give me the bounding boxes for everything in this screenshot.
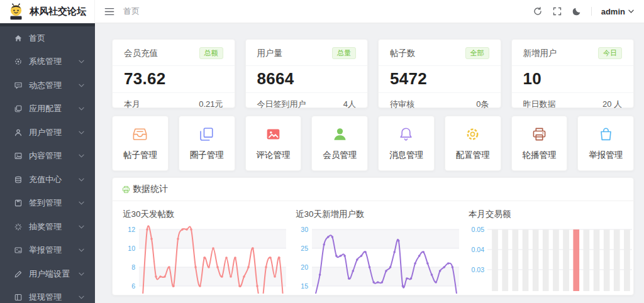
svg-text:6: 6 <box>131 282 135 290</box>
stat-card-4: 新增用户 今日 10 昨日数据 20 人 <box>511 39 635 108</box>
sidebar-item-sparkle[interactable]: 抽奖管理 <box>0 215 95 239</box>
chevron-down-icon <box>628 9 634 13</box>
quick-action-card-7[interactable]: 轮播管理 <box>511 116 568 171</box>
sidebar-item-label: 充值中心 <box>29 174 62 185</box>
line-chart: 121086 <box>119 222 290 294</box>
comment-icon <box>14 81 23 90</box>
chart-title: 近30天发帖数 <box>123 209 290 220</box>
stat-footer-label: 今日签到用户 <box>257 99 306 110</box>
svg-text:30: 30 <box>301 226 308 233</box>
chevron-down-icon <box>79 131 84 135</box>
sidebar-item-label: 系统管理 <box>29 56 62 67</box>
quick-action-card-4[interactable]: 会员管理 <box>311 116 368 171</box>
dark-mode-moon-icon[interactable] <box>572 6 582 16</box>
stat-footer: 待审核 0条 <box>379 93 501 117</box>
stat-card-title: 帖子数 <box>390 48 416 59</box>
chevron-down-icon <box>79 154 84 158</box>
sidebar-item-media[interactable]: 内容管理 <box>0 145 95 168</box>
user-menu[interactable]: admin <box>601 7 634 16</box>
svg-text:15: 15 <box>301 282 308 290</box>
sidebar-item-book[interactable]: 提现管理 <box>0 286 95 303</box>
quick-action-card-5[interactable]: 消息管理 <box>378 116 435 171</box>
quick-action-label: 圈子管理 <box>190 150 224 161</box>
pen-icon <box>14 270 23 278</box>
stat-card-2: 用户量 总量 8664 今日签到用户 4人 <box>245 39 369 108</box>
chevron-down-icon <box>79 201 84 205</box>
sidebar-item-comment[interactable]: 动态管理 <box>0 74 95 97</box>
line-chart: 30252015 <box>292 222 463 294</box>
sidebar-item-label: 动态管理 <box>29 80 62 91</box>
app-header: 林风社交论坛 首页 admin <box>0 0 644 23</box>
quick-actions-row: 帖子管理 圈子管理 评论管理 会员管理 消息管理 配置管理 轮播管理 举报管理 <box>112 116 634 171</box>
sidebar-item-label: 提现管理 <box>29 292 62 303</box>
panel-title: 数据统计 <box>133 184 168 195</box>
quick-action-label: 会员管理 <box>323 150 357 161</box>
quick-action-label: 举报管理 <box>589 150 623 161</box>
breadcrumb[interactable]: 首页 <box>123 6 140 17</box>
svg-text:0.03: 0.03 <box>472 266 485 273</box>
chevron-down-icon <box>79 84 84 87</box>
stat-footer-label: 本月 <box>124 99 140 110</box>
bag-icon <box>597 126 614 143</box>
quick-action-label: 消息管理 <box>389 150 423 161</box>
sidebar: 首页 系统管理 动态管理 应用配置 用户管理 内容管理 充值中心 签到管理 抽奖 <box>0 23 95 303</box>
stat-footer: 昨日数据 20 人 <box>512 93 634 117</box>
stat-value: 8664 <box>246 66 368 93</box>
media-icon <box>14 152 23 160</box>
quick-action-card-6[interactable]: 配置管理 <box>445 116 501 171</box>
sidebar-item-gear[interactable]: 系统管理 <box>0 50 95 74</box>
app-title: 林风社交论坛 <box>30 6 86 18</box>
sidebar-item-report[interactable]: 举报管理 <box>0 239 95 263</box>
svg-text:10: 10 <box>128 245 135 252</box>
main-content: 会员充值 总额 73.62 本月 0.21元 用户量 总量 8664 今日签到用… <box>95 23 644 303</box>
book-icon <box>14 293 23 302</box>
charts-row: 近30天发帖数 121086 近30天新增用户数 30252015 本月交易额 … <box>113 201 633 294</box>
stat-badge: 今日 <box>598 47 622 59</box>
data-statistics-panel: 数据统计 近30天发帖数 121086 近30天新增用户数 30252015 本… <box>112 177 634 295</box>
stat-card-header: 会员充值 总额 <box>113 40 235 66</box>
stat-value: 5472 <box>379 66 501 93</box>
stat-footer-value: 0.21元 <box>199 99 223 110</box>
copy-pages-icon <box>198 126 215 143</box>
stat-cards-row: 会员充值 总额 73.62 本月 0.21元 用户量 总量 8664 今日签到用… <box>112 39 634 108</box>
gear-color-icon <box>464 126 481 143</box>
header-actions: admin <box>533 6 644 16</box>
sidebar-item-label: 签到管理 <box>29 197 62 209</box>
chevron-down-icon <box>79 178 84 182</box>
quick-action-card-2[interactable]: 圈子管理 <box>179 116 235 171</box>
stat-value: 73.62 <box>113 66 235 93</box>
bar-chart: 0.050.040.03 <box>465 222 634 294</box>
sidebar-toggle-hamburger-icon[interactable] <box>104 8 114 16</box>
svg-text:0.04: 0.04 <box>472 246 485 253</box>
sidebar-item-home[interactable]: 首页 <box>0 26 95 50</box>
chevron-down-icon <box>79 272 84 276</box>
stat-card-1: 会员充值 总额 73.62 本月 0.21元 <box>112 39 235 108</box>
svg-text:20: 20 <box>301 263 308 271</box>
sidebar-item-user[interactable]: 用户管理 <box>0 121 95 145</box>
sidebar-item-checkin[interactable]: 签到管理 <box>0 192 95 216</box>
chart-block-3: 本月交易额 0.050.040.03 <box>465 209 634 294</box>
refresh-icon[interactable] <box>533 6 543 16</box>
stat-card-header: 帖子数 全部 <box>379 40 501 66</box>
fullscreen-icon[interactable] <box>552 6 562 16</box>
stat-badge: 全部 <box>465 47 489 59</box>
stat-footer-label: 待审核 <box>390 99 414 110</box>
data-statistics-header: 数据统计 <box>113 178 633 201</box>
chart-title: 近30天新增用户数 <box>296 209 463 220</box>
quick-action-card-1[interactable]: 帖子管理 <box>112 116 169 171</box>
stat-footer-label: 昨日数据 <box>523 99 556 110</box>
quick-action-card-8[interactable]: 举报管理 <box>577 116 634 171</box>
sidebar-item-database[interactable]: 充值中心 <box>0 168 95 192</box>
member-icon <box>331 126 348 143</box>
printer-icon <box>531 126 548 143</box>
stat-card-header: 新增用户 今日 <box>512 40 634 66</box>
chart-block-2: 近30天新增用户数 30252015 <box>292 209 463 294</box>
sidebar-item-label: 抽奖管理 <box>29 221 62 233</box>
quick-action-card-3[interactable]: 评论管理 <box>245 116 302 171</box>
sidebar-item-pen[interactable]: 用户端设置 <box>0 262 95 286</box>
bell-icon <box>397 126 414 143</box>
sidebar-item-copy[interactable]: 应用配置 <box>0 97 95 121</box>
stat-value: 10 <box>512 66 634 93</box>
chart-title: 本月交易额 <box>469 209 634 220</box>
stat-card-3: 帖子数 全部 5472 待审核 0条 <box>378 39 501 108</box>
